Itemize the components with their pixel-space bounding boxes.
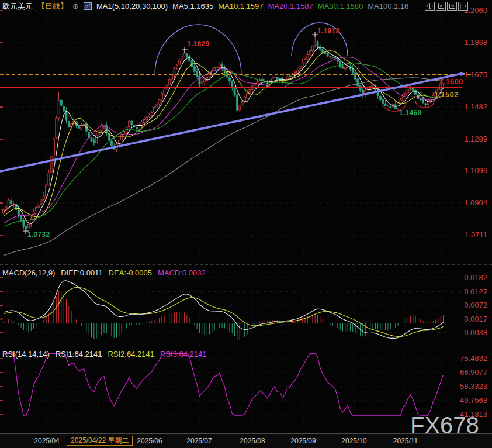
circle-plus-icon[interactable]: ⊕ <box>72 2 79 10</box>
cursor-date-label: 2025/04/22 星期二 <box>67 436 133 446</box>
month-label: 2025/09 <box>290 437 316 445</box>
ma-settings-label: MA1(5,10,20,30,100) <box>96 2 168 11</box>
macd-header: MACD(26,12,9) DIFF:0.0011 DEA:-0.0005 MA… <box>2 268 206 277</box>
ma30-value: MA30:1.1580 <box>318 2 363 11</box>
ma-lines <box>4 47 444 256</box>
symbol-name: 欧元美元 <box>2 1 33 12</box>
ma5-value: MA5:1.1635 <box>172 2 213 11</box>
ma100-value: MA100:1.16 <box>368 2 408 11</box>
rsi-header: RSI(14,14,14) RSI1:64.2141 RSI2:64.2141 … <box>2 350 206 359</box>
month-label: 2025/11 <box>393 437 418 445</box>
rsi-panel <box>4 354 444 416</box>
macd-diff-value: DIFF:0.0011 <box>61 268 102 277</box>
month-label: 2025/04 <box>34 437 59 445</box>
forex-chart-app: 欧元美元 【日线】 ⊕ MA1(5,10,20,30,100) MA5:1.16… <box>0 0 492 448</box>
macd-panel <box>4 281 444 340</box>
month-label: 2025/07 <box>186 437 212 445</box>
month-label: 2025/08 <box>240 437 265 445</box>
chart-toolbar <box>425 2 468 11</box>
grid <box>0 11 492 432</box>
macd-title: MACD(26,12,9) <box>2 268 55 277</box>
axis-scale-right-icon[interactable] <box>447 2 457 11</box>
axis-scale-left-icon[interactable] <box>436 2 446 11</box>
ma20-value: MA20:1.1587 <box>268 2 313 11</box>
rsi1-value: RSI1:64.2141 <box>56 350 102 359</box>
ma10-value: MA10:1.1597 <box>218 2 263 11</box>
rsi-title: RSI(14,14,14) <box>2 350 50 359</box>
rsi2-value: RSI2:64.2141 <box>108 350 154 359</box>
watermark: FX678 <box>410 413 479 437</box>
macd-macd-value: MACD:0.0032 <box>158 268 206 277</box>
month-label: 2025/06 <box>137 437 162 445</box>
exit-scale-icon[interactable] <box>458 2 468 11</box>
period-label: 【日线】 <box>37 1 68 12</box>
macd-dea-value: DEA:-0.0005 <box>109 268 152 277</box>
rsi3-value: RSI3:64.2141 <box>160 350 207 359</box>
pan-icon[interactable] <box>425 2 435 11</box>
chart-canvas[interactable] <box>0 0 492 448</box>
mini-chart-icon[interactable] <box>84 2 92 10</box>
month-label: 2025/10 <box>341 437 366 445</box>
main-chart-header: 欧元美元 【日线】 ⊕ MA1(5,10,20,30,100) MA5:1.16… <box>2 1 408 11</box>
